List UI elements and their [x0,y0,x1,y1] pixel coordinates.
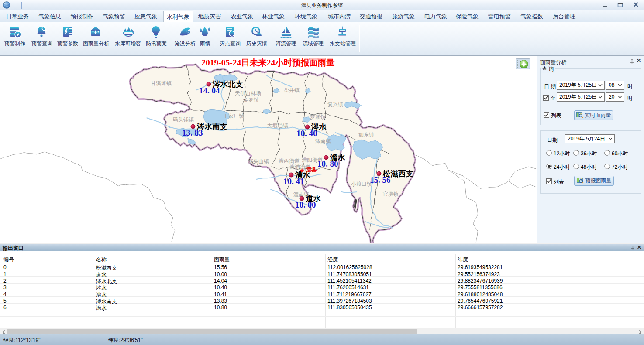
svg-text:10. 41: 10. 41 [283,177,304,186]
svg-text:官垸镇: 官垸镇 [383,191,399,197]
svg-text:涔南镇: 涔南镇 [315,138,331,144]
svg-text:城头山镇: 城头山镇 [248,158,269,164]
svg-text:梦溪镇: 梦溪镇 [310,114,326,120]
svg-text:澧西街道: 澧西街道 [279,158,300,164]
svg-text:码头铺镇: 码头铺镇 [173,116,194,123]
svg-text:15. 56: 15. 56 [370,175,391,184]
svg-text:王家厂镇: 王家厂镇 [223,113,244,119]
svg-text:如东镇: 如东镇 [358,132,374,138]
svg-text:2019-05-24日未来24小时预报面雨量: 2019-05-24日未来24小时预报面雨量 [201,58,335,67]
svg-text:小渡口镇: 小渡口镇 [351,181,372,187]
svg-text:10. 40: 10. 40 [296,129,317,138]
svg-text:10. 80: 10. 80 [317,159,338,168]
svg-text:大堰垱镇: 大堰垱镇 [267,123,288,129]
svg-text:复兴镇: 复兴镇 [327,102,343,108]
svg-text:13. 83: 13. 83 [182,128,203,137]
svg-text:天供山林场: 天供山林场 [235,90,261,96]
svg-text:10. 00: 10. 00 [295,200,316,209]
svg-text:甘溪滩镇: 甘溪滩镇 [151,80,172,86]
svg-text:金罗镇: 金罗镇 [243,97,259,103]
svg-text:盐井镇: 盐井镇 [284,87,300,93]
svg-text:14. 04: 14. 04 [199,86,220,95]
